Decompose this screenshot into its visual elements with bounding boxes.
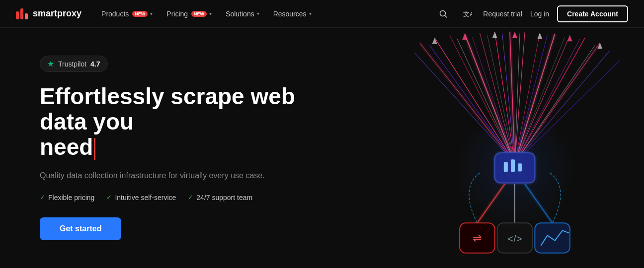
translate-icon: 文A [462, 9, 472, 19]
feature-label-1: Flexible pricing [48, 194, 94, 201]
svg-line-1 [445, 15, 447, 17]
nav-resources-label: Resources [273, 10, 307, 18]
hero-title-line2: need [40, 134, 93, 160]
check-icon-1: ✓ [40, 194, 45, 201]
nav-resources-chevron: ▾ [309, 11, 312, 16]
hero-visual: ⇌ </> [386, 28, 644, 268]
logo-bar-1 [16, 11, 19, 19]
feature-label-3: 24/7 support team [196, 194, 252, 201]
nav-products-badge: NEW [132, 11, 148, 17]
nav-item-resources[interactable]: Resources ▾ [267, 7, 318, 21]
nav-pricing-label: Pricing [166, 10, 188, 18]
svg-marker-31 [492, 32, 497, 38]
feature-support: ✓ 24/7 support team [188, 194, 252, 201]
nav-products-chevron: ▾ [150, 11, 153, 16]
cursor-blink [94, 138, 95, 160]
search-button[interactable] [435, 6, 451, 22]
svg-text:⇌: ⇌ [473, 232, 482, 244]
hero-subtitle: Quality data collection infrastructure f… [40, 170, 338, 182]
svg-text:</>: </> [507, 233, 522, 244]
logo-bar-3 [25, 13, 28, 19]
nav-links: Products NEW ▾ Pricing NEW ▾ Solutions ▾… [95, 7, 431, 21]
feature-label-2: Intuitive self-service [115, 194, 176, 201]
hero-section: ★ Trustpilot 4.7 Effortlessly scrape web… [0, 28, 644, 268]
svg-marker-35 [597, 43, 602, 49]
nav-right: 文A Request trial Log in Create Account [435, 5, 628, 22]
nav-item-products[interactable]: Products NEW ▾ [95, 7, 159, 21]
logo-text: smartproxy [33, 8, 81, 19]
translate-button[interactable]: 文A [459, 6, 475, 22]
svg-marker-33 [537, 33, 542, 39]
nav-item-solutions[interactable]: Solutions ▾ [220, 7, 265, 21]
log-in-link[interactable]: Log in [530, 10, 549, 18]
logo-bar-2 [20, 8, 23, 19]
trustpilot-score: 4.7 [90, 60, 100, 68]
nav-pricing-chevron: ▾ [209, 11, 212, 16]
create-account-button[interactable]: Create Account [557, 5, 628, 22]
funnel-illustration: ⇌ </> [386, 28, 644, 268]
search-icon [439, 9, 448, 18]
hero-title-line1: Effortlessly scrape web data you [40, 83, 295, 134]
hero-title: Effortlessly scrape web data you need [40, 84, 338, 159]
logo-icon [16, 8, 28, 19]
check-icon-2: ✓ [106, 194, 112, 201]
feature-flexible-pricing: ✓ Flexible pricing [40, 194, 94, 201]
nav-pricing-badge: NEW [191, 11, 207, 17]
hero-content: ★ Trustpilot 4.7 Effortlessly scrape web… [40, 56, 338, 240]
star-icon: ★ [47, 59, 54, 68]
logo[interactable]: smartproxy [16, 8, 81, 19]
svg-marker-34 [567, 35, 572, 41]
nav-solutions-chevron: ▾ [257, 11, 259, 16]
svg-point-48 [455, 108, 575, 228]
navbar: smartproxy Products NEW ▾ Pricing NEW ▾ … [0, 0, 644, 28]
svg-rect-47 [535, 223, 570, 253]
svg-text:文A: 文A [463, 10, 472, 18]
request-trial-link[interactable]: Request trial [483, 10, 522, 18]
nav-products-label: Products [101, 10, 129, 18]
nav-solutions-label: Solutions [226, 10, 254, 18]
trustpilot-label: Trustpilot [58, 60, 86, 68]
check-icon-3: ✓ [188, 194, 193, 201]
svg-marker-30 [462, 34, 467, 40]
svg-marker-32 [512, 32, 517, 38]
svg-point-0 [440, 10, 446, 16]
feature-self-service: ✓ Intuitive self-service [106, 194, 176, 201]
hero-features: ✓ Flexible pricing ✓ Intuitive self-serv… [40, 194, 338, 201]
trustpilot-badge: ★ Trustpilot 4.7 [40, 56, 108, 72]
nav-item-pricing[interactable]: Pricing NEW ▾ [161, 7, 218, 21]
get-started-button[interactable]: Get started [40, 217, 121, 240]
